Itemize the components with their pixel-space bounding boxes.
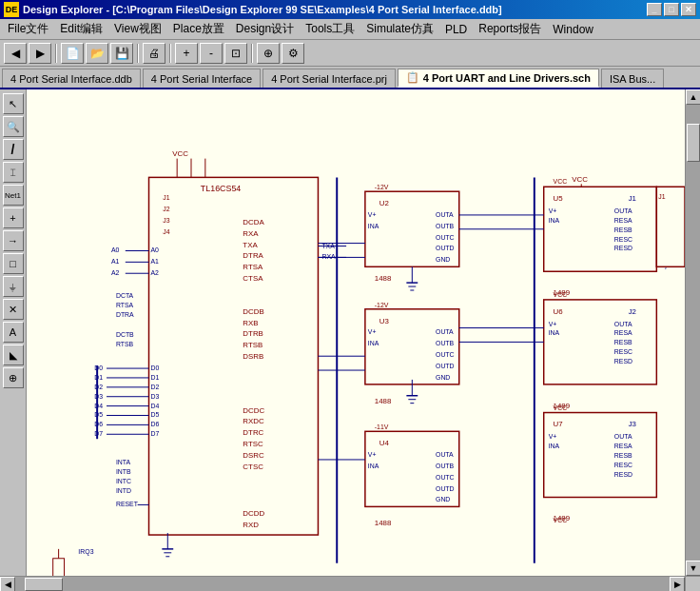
svg-text:VCC: VCC xyxy=(554,404,568,411)
port-tool[interactable]: □ xyxy=(3,253,24,274)
svg-text:VCC: VCC xyxy=(554,291,568,298)
svg-text:D4: D4 xyxy=(94,403,103,409)
svg-text:INTD: INTD xyxy=(116,487,131,494)
svg-text:DCTB: DCTB xyxy=(116,331,134,338)
schematic-canvas[interactable]: TL16CS54 VCC A0 A0 A1 A1 A2 A2 D0 D0 D1 … xyxy=(27,89,685,576)
tab-uart[interactable]: 📋 4 Port UART and Line Drivers.sch xyxy=(398,69,599,88)
pointer-tool[interactable]: ↖ xyxy=(3,93,24,114)
vscroll-thumb[interactable] xyxy=(687,124,700,162)
bus-entry-tool[interactable]: ◣ xyxy=(3,345,24,365)
svg-text:RESA: RESA xyxy=(614,443,632,449)
menu-reports[interactable]: Reports报告 xyxy=(473,19,547,39)
svg-text:J2: J2 xyxy=(629,307,636,316)
print-button[interactable]: 🖨 xyxy=(143,43,165,64)
menu-pld[interactable]: PLD xyxy=(439,21,473,38)
tab-isa[interactable]: ISA Bus... xyxy=(601,69,664,88)
menu-tools[interactable]: Tools工具 xyxy=(300,19,360,39)
toolbar-separator-2 xyxy=(137,44,139,63)
svg-text:1488: 1488 xyxy=(375,519,392,527)
svg-text:INA: INA xyxy=(368,223,379,229)
forward-button[interactable]: ▶ xyxy=(29,43,51,64)
hscroll-track[interactable] xyxy=(15,577,670,592)
svg-text:D2: D2 xyxy=(94,384,103,390)
new-button[interactable]: 📄 xyxy=(61,43,84,64)
toolbar-separator-1 xyxy=(55,44,57,63)
svg-text:OUTA: OUTA xyxy=(614,433,632,440)
net-tool[interactable]: Net1 xyxy=(3,185,24,206)
maximize-button[interactable]: □ xyxy=(664,3,679,16)
svg-text:INTB: INTB xyxy=(116,468,131,475)
tab-ddb[interactable]: 4 Port Serial Interface.ddb xyxy=(2,69,141,88)
titlebar-buttons[interactable]: _ □ ✕ xyxy=(647,3,696,16)
tab-prj[interactable]: 4 Port Serial Interface.prj xyxy=(262,69,396,88)
close-button[interactable]: ✕ xyxy=(681,3,696,16)
svg-text:D0: D0 xyxy=(94,364,103,371)
svg-text:J3: J3 xyxy=(163,217,169,224)
svg-text:RESA: RESA xyxy=(614,217,632,224)
menu-view[interactable]: View视图 xyxy=(108,19,167,39)
tab-serial-label: 4 Port Serial Interface xyxy=(151,73,252,85)
menu-simulate[interactable]: Simulate仿真 xyxy=(360,19,439,39)
scroll-up-button[interactable]: ▲ xyxy=(686,89,700,105)
horizontal-scrollbar[interactable]: ◀ ▶ xyxy=(0,576,685,591)
svg-text:J1: J1 xyxy=(658,193,665,200)
zoom-fit-button[interactable]: ⊡ xyxy=(224,43,247,64)
svg-text:OUTA: OUTA xyxy=(614,321,632,327)
svg-text:DCTA: DCTA xyxy=(116,292,134,299)
zoom-out-button[interactable]: - xyxy=(200,43,223,64)
menu-design[interactable]: Design设计 xyxy=(230,19,300,39)
svg-text:A1: A1 xyxy=(111,258,120,265)
svg-text:DSRB: DSRB xyxy=(243,352,263,361)
junction-tool[interactable]: + xyxy=(3,207,24,228)
menu-file[interactable]: File文件 xyxy=(2,19,54,39)
open-button[interactable]: 📂 xyxy=(86,43,108,64)
minimize-button[interactable]: _ xyxy=(647,3,662,16)
wire-tool[interactable]: / xyxy=(3,139,24,160)
svg-text:OUTA: OUTA xyxy=(436,451,454,458)
scroll-left-button[interactable]: ◀ xyxy=(0,577,15,592)
no-erc-tool[interactable]: ✕ xyxy=(3,299,24,320)
tab-serial[interactable]: 4 Port Serial Interface xyxy=(143,69,261,88)
svg-text:DCDB: DCDB xyxy=(243,307,263,316)
cross-probe-tool[interactable]: ⊕ xyxy=(3,367,24,388)
save-button[interactable]: 💾 xyxy=(110,43,133,64)
menu-place[interactable]: Place放置 xyxy=(167,19,230,39)
svg-text:A2: A2 xyxy=(150,269,159,276)
svg-text:U7: U7 xyxy=(554,420,563,428)
zoom-in-button[interactable]: + xyxy=(175,43,198,64)
back-button[interactable]: ◀ xyxy=(4,43,27,64)
svg-text:INTA: INTA xyxy=(116,459,131,465)
bus-tool[interactable]: ⌶ xyxy=(3,162,24,183)
svg-text:RESC: RESC xyxy=(614,236,632,243)
svg-text:J1: J1 xyxy=(163,194,169,201)
svg-text:INA: INA xyxy=(368,340,379,346)
svg-text:GND: GND xyxy=(436,256,450,263)
scroll-right-button[interactable]: ▶ xyxy=(670,577,685,592)
svg-text:OUTC: OUTC xyxy=(436,234,455,241)
svg-text:V+: V+ xyxy=(549,433,557,440)
svg-text:INA: INA xyxy=(549,217,560,224)
svg-text:VCC: VCC xyxy=(554,178,568,185)
svg-text:CTSC: CTSC xyxy=(243,463,263,471)
component-tool[interactable]: → xyxy=(3,230,24,251)
hierarchy-button[interactable]: ⚙ xyxy=(282,43,304,64)
toolbar-separator-4 xyxy=(251,44,253,63)
power-tool[interactable]: ⏚ xyxy=(3,276,24,297)
svg-text:OUTD: OUTD xyxy=(436,485,455,492)
svg-text:RTSB: RTSB xyxy=(116,341,134,347)
vertical-scrollbar[interactable]: ▲ ▼ xyxy=(685,89,700,576)
svg-text:D2: D2 xyxy=(150,384,159,390)
svg-text:DTRB: DTRB xyxy=(243,329,262,338)
text-tool[interactable]: A xyxy=(3,322,24,343)
svg-text:U6: U6 xyxy=(554,307,564,316)
hscroll-thumb[interactable] xyxy=(25,578,63,591)
scroll-down-button[interactable]: ▼ xyxy=(686,561,700,576)
menu-edit[interactable]: Edit编辑 xyxy=(54,19,108,39)
cross-probe-button[interactable]: ⊕ xyxy=(257,43,280,64)
menu-window[interactable]: Window xyxy=(547,21,599,38)
svg-text:IRQ3: IRQ3 xyxy=(78,548,93,556)
svg-text:VCC: VCC xyxy=(572,175,588,184)
svg-text:RESB: RESB xyxy=(614,227,632,233)
zoom-tool[interactable]: 🔍 xyxy=(3,116,24,137)
svg-text:INA: INA xyxy=(549,329,560,336)
